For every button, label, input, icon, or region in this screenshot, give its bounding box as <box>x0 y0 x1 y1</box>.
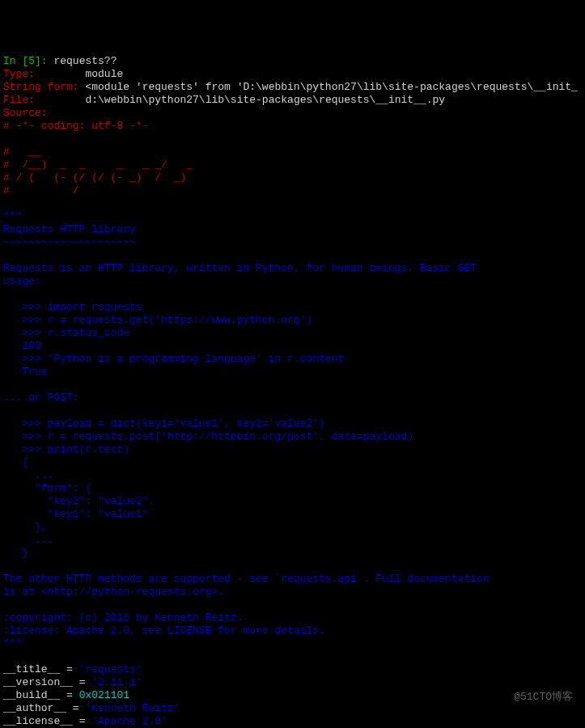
doc-example: "key1": "value1" <box>3 508 148 520</box>
coding-comment: # -*- coding: utf-8 -*- <box>3 120 148 132</box>
var-license: __license__ <box>3 715 73 727</box>
doc-desc: Requests is an HTTP library, written in … <box>3 262 477 274</box>
stringform-label: String form: <box>3 81 79 93</box>
doc-title: Requests HTTP library <box>3 223 136 235</box>
op-eq: = <box>73 676 91 688</box>
doc-license: :license: Apache 2.0, see LICENSE for mo… <box>3 624 325 637</box>
doc-example: >>> print(r.text) <box>3 443 129 455</box>
file-value: d:\webbin\python27\lib\site-packages\req… <box>85 94 445 106</box>
var-version: __version__ <box>3 676 73 688</box>
ascii-art-line: # __ <box>3 146 41 158</box>
doc-post-label: ... or POST: <box>3 392 79 404</box>
prompt-suffix: ]: <box>35 55 53 67</box>
doc-copyright: :copyright: (c) 2016 by Kenneth Reitz. <box>3 612 243 624</box>
doc-example: >>> 'Python is a programming language' i… <box>3 353 344 365</box>
doc-example: 200 <box>3 340 41 352</box>
file-label: File: <box>3 94 35 106</box>
stringform-value: <module 'requests' from 'D:\webbin\pytho… <box>79 81 578 93</box>
doc-example: >>> r = requests.post('http://httpbin.or… <box>3 430 413 442</box>
doc-example: >>> r = requests.get('https://www.python… <box>3 314 312 326</box>
ascii-art-line: # /__) _ _ _ _ _/ _ <box>3 159 193 171</box>
watermark: @51CTO博客 <box>514 691 573 704</box>
prompt-command[interactable]: requests?? <box>53 55 117 67</box>
doc-example: "form": { <box>3 482 91 494</box>
type-label: Type: <box>3 68 35 80</box>
doc-example: }, <box>3 521 48 533</box>
doc-example: { <box>3 456 28 468</box>
type-value: module <box>85 68 123 80</box>
docstring-open: """ <box>3 210 22 222</box>
doc-example: ... <box>3 469 53 481</box>
doc-example: ... <box>3 534 53 546</box>
ascii-art-line: # / ( (- (/ (/ (- _) / _) <box>3 171 186 184</box>
doc-underline: ~~~~~~~~~~~~~~~~~~~~~ <box>3 236 136 248</box>
var-build: __build__ <box>3 689 60 701</box>
str-literal: '2.11.1' <box>91 676 142 688</box>
doc-footer: is at <http://python-requests.org>. <box>3 586 224 598</box>
op-eq: = <box>73 715 91 727</box>
doc-example: >>> r.status_code <box>3 327 129 339</box>
op-eq: = <box>66 702 85 714</box>
str-literal: 'Apache 2.0' <box>91 715 167 727</box>
var-title: __title__ <box>3 663 60 675</box>
ascii-art-line: # / <box>3 184 79 197</box>
source-label: Source: <box>3 107 48 119</box>
prompt-number: 5 <box>28 55 35 67</box>
op-eq: = <box>60 663 78 675</box>
doc-example: } <box>3 547 28 559</box>
doc-footer: The other HTTP methods are supported - s… <box>3 573 490 585</box>
hex-literal: 0x021101 <box>79 689 129 701</box>
doc-example: >>> payload = dict(key1='value1', key2='… <box>3 417 325 430</box>
doc-desc: usage: <box>3 275 41 287</box>
doc-example: "key2": "value2", <box>3 495 155 507</box>
doc-example: True <box>3 366 48 378</box>
var-author: __author__ <box>3 702 66 714</box>
op-eq: = <box>60 689 78 701</box>
str-literal: 'Kenneth Reitz' <box>85 702 180 714</box>
str-literal: 'requests' <box>79 663 142 675</box>
doc-example: >>> import requests <box>3 301 142 313</box>
docstring-close: """ <box>3 637 22 650</box>
prompt-prefix: In [ <box>3 55 28 67</box>
